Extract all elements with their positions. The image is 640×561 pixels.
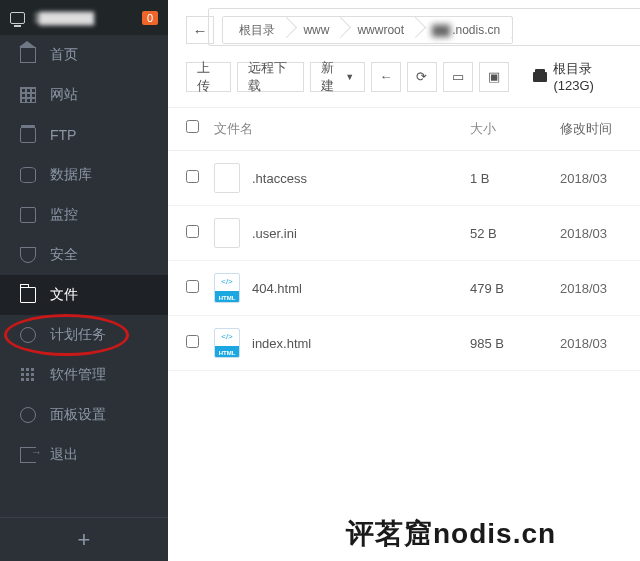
sidebar-item-label: 软件管理 xyxy=(50,366,106,384)
remote-download-button[interactable]: 远程下载 xyxy=(237,62,304,92)
shield-icon xyxy=(20,247,36,263)
table-row[interactable]: 404.html 479 B 2018/03 xyxy=(168,261,640,316)
sidebar-item-label: 安全 xyxy=(50,246,78,264)
select-all-checkbox[interactable] xyxy=(186,120,199,133)
sidebar: 1▇▇▇▇▇▇ 0 首页 网站 FTP 数据库 监控 安全 文件 计划任务 软件… xyxy=(0,0,168,561)
sidebar-item-monitor[interactable]: 监控 xyxy=(0,195,168,235)
home-icon xyxy=(20,47,36,63)
exit-icon xyxy=(20,447,36,463)
file-time: 2018/03 xyxy=(560,281,622,296)
sidebar-item-site[interactable]: 网站 xyxy=(0,75,168,115)
breadcrumb-seg-root[interactable]: 根目录 xyxy=(223,17,287,43)
refresh-button[interactable]: ⟳ xyxy=(407,62,437,92)
sidebar-item-settings[interactable]: 面板设置 xyxy=(0,395,168,435)
table-row[interactable]: .htaccess 1 B 2018/03 xyxy=(168,151,640,206)
toolbar: 上传 远程下载 新建▼ ← ⟳ ▭ ▣ 根目录(123G) xyxy=(168,54,640,108)
server-ip: 1▇▇▇▇▇▇ xyxy=(33,10,93,25)
sidebar-item-label: 监控 xyxy=(50,206,78,224)
file-size: 985 B xyxy=(470,336,560,351)
file-icon xyxy=(214,163,240,193)
html-file-icon xyxy=(214,328,240,358)
breadcrumb: 根目录 www wwwroot ▇▇.nodis.cn xyxy=(222,16,513,44)
sidebar-item-files[interactable]: 文件 xyxy=(0,275,168,315)
sidebar-item-logout[interactable]: 退出 xyxy=(0,435,168,475)
caret-down-icon: ▼ xyxy=(345,72,354,82)
file-name[interactable]: index.html xyxy=(252,336,311,351)
gear-icon xyxy=(20,407,36,423)
sidebar-item-label: 面板设置 xyxy=(50,406,106,424)
main-panel: ← 根目录 www wwwroot ▇▇.nodis.cn 上传 远程下载 新建… xyxy=(168,0,640,561)
watermark-text: 评茗窟nodis.cn xyxy=(346,515,556,553)
breadcrumb-seg-wwwroot[interactable]: wwwroot xyxy=(341,17,416,43)
sidebar-item-label: 计划任务 xyxy=(50,326,106,344)
sidebar-item-ftp[interactable]: FTP xyxy=(0,115,168,155)
file-size: 479 B xyxy=(470,281,560,296)
file-table: 文件名 大小 修改时间 .htaccess 1 B 2018/03 .user.… xyxy=(168,108,640,371)
row-checkbox[interactable] xyxy=(186,170,199,183)
upload-button[interactable]: 上传 xyxy=(186,62,231,92)
db-icon xyxy=(20,167,36,183)
breadcrumb-seg-domain[interactable]: ▇▇.nodis.cn xyxy=(416,17,512,43)
sidebar-item-label: 数据库 xyxy=(50,166,92,184)
sidebar-item-label: 退出 xyxy=(50,446,78,464)
file-name[interactable]: .user.ini xyxy=(252,226,297,241)
file-time: 2018/03 xyxy=(560,336,622,351)
sidebar-item-security[interactable]: 安全 xyxy=(0,235,168,275)
file-name[interactable]: .htaccess xyxy=(252,171,307,186)
breadcrumb-back-button[interactable]: ← xyxy=(186,16,214,44)
row-checkbox[interactable] xyxy=(186,225,199,238)
row-checkbox[interactable] xyxy=(186,280,199,293)
folder-icon xyxy=(20,287,36,303)
notification-badge[interactable]: 0 xyxy=(142,11,158,25)
row-checkbox[interactable] xyxy=(186,335,199,348)
sidebar-item-cron[interactable]: 计划任务 xyxy=(0,315,168,355)
view-mode-button[interactable]: ▭ xyxy=(443,62,473,92)
file-icon xyxy=(214,218,240,248)
disk-info: 根目录(123G) xyxy=(533,60,622,93)
terminal-button[interactable]: ▣ xyxy=(479,62,509,92)
new-button[interactable]: 新建▼ xyxy=(310,62,365,92)
col-size[interactable]: 大小 xyxy=(470,120,560,138)
sidebar-item-label: 首页 xyxy=(50,46,78,64)
sidebar-add-button[interactable]: + xyxy=(0,517,168,561)
breadcrumb-seg-www[interactable]: www xyxy=(287,17,341,43)
sidebar-item-software[interactable]: 软件管理 xyxy=(0,355,168,395)
col-time[interactable]: 修改时间 xyxy=(560,120,622,138)
sidebar-item-label: FTP xyxy=(50,127,76,143)
grid-icon xyxy=(20,87,36,103)
breadcrumb-bar: ← 根目录 www wwwroot ▇▇.nodis.cn xyxy=(168,0,640,54)
table-row[interactable]: .user.ini 52 B 2018/03 xyxy=(168,206,640,261)
clock-icon xyxy=(20,327,36,343)
sidebar-item-label: 文件 xyxy=(50,286,78,304)
table-row[interactable]: index.html 985 B 2018/03 xyxy=(168,316,640,371)
file-size: 1 B xyxy=(470,171,560,186)
col-name[interactable]: 文件名 xyxy=(214,120,470,138)
monitor-icon xyxy=(10,12,25,24)
file-size: 52 B xyxy=(470,226,560,241)
monitor-icon xyxy=(20,207,36,223)
html-file-icon xyxy=(214,273,240,303)
sidebar-header: 1▇▇▇▇▇▇ 0 xyxy=(0,0,168,35)
file-time: 2018/03 xyxy=(560,226,622,241)
sidebar-item-home[interactable]: 首页 xyxy=(0,35,168,75)
back-button[interactable]: ← xyxy=(371,62,401,92)
hdd-icon xyxy=(533,72,548,82)
file-time: 2018/03 xyxy=(560,171,622,186)
sidebar-item-label: 网站 xyxy=(50,86,78,104)
sidebar-item-database[interactable]: 数据库 xyxy=(0,155,168,195)
stack-icon xyxy=(20,127,36,143)
table-header: 文件名 大小 修改时间 xyxy=(168,108,640,151)
file-name[interactable]: 404.html xyxy=(252,281,302,296)
apps-icon xyxy=(20,367,36,383)
